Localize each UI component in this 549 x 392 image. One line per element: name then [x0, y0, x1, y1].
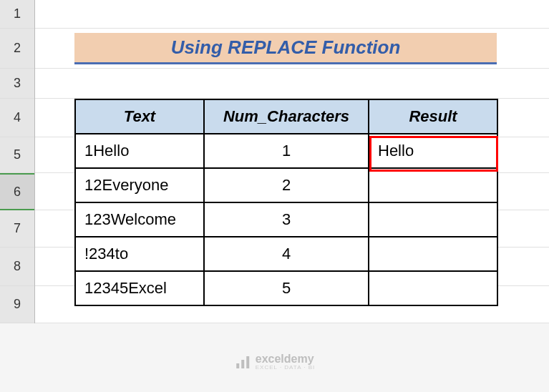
- cell-text[interactable]: !234to: [75, 237, 204, 271]
- row-header-3[interactable]: 3: [0, 69, 34, 99]
- header-num[interactable]: Num_Characters: [204, 99, 369, 134]
- cell-num[interactable]: 1: [204, 134, 369, 168]
- row-header-7[interactable]: 7: [0, 210, 34, 248]
- table-row: !234to 4: [75, 237, 497, 271]
- row-headers: 1 2 3 4 5 6 7 8 9: [0, 0, 35, 323]
- table-row: 12Everyone 2: [75, 168, 497, 202]
- table-header-row: Text Num_Characters Result: [75, 99, 497, 134]
- watermark-sub: EXCEL · DATA · BI: [256, 365, 316, 371]
- cell-result[interactable]: [369, 237, 497, 271]
- table-row: 12345Excel 5: [75, 271, 497, 305]
- cell-result[interactable]: [369, 271, 497, 305]
- cell-text[interactable]: 123Welcome: [75, 202, 204, 237]
- title-banner: Using REPLACE Function: [74, 33, 497, 64]
- table-row: 123Welcome 3: [75, 202, 497, 237]
- grid-area[interactable]: Using REPLACE Function Text Num_Characte…: [35, 0, 549, 323]
- table-row: 1Hello 1 Hello: [75, 134, 497, 168]
- cell-result[interactable]: [369, 168, 497, 202]
- cell-result[interactable]: [369, 202, 497, 237]
- cell-num[interactable]: 3: [204, 202, 369, 237]
- row-header-6[interactable]: 6: [0, 173, 34, 210]
- row-header-4[interactable]: 4: [0, 99, 34, 137]
- header-text[interactable]: Text: [75, 99, 204, 134]
- page-title: Using REPLACE Function: [171, 36, 401, 59]
- cell-num[interactable]: 4: [204, 237, 369, 271]
- header-result[interactable]: Result: [369, 99, 497, 134]
- row-header-9[interactable]: 9: [0, 286, 34, 323]
- watermark-main: exceldemy: [256, 353, 316, 365]
- cell-num[interactable]: 2: [204, 168, 369, 202]
- row-header-5[interactable]: 5: [0, 137, 34, 173]
- data-table: Text Num_Characters Result 1Hello 1 Hell…: [74, 99, 498, 306]
- svg-rect-1: [241, 360, 244, 368]
- row-header-1[interactable]: 1: [0, 0, 34, 29]
- watermark-text: exceldemy EXCEL · DATA · BI: [256, 353, 316, 371]
- chart-icon: [234, 353, 251, 371]
- cell-text[interactable]: 12Everyone: [75, 168, 204, 202]
- cell-result[interactable]: Hello: [369, 134, 497, 168]
- spreadsheet: 1 2 3 4 5 6 7 8 9 Using REPLACE Function: [0, 0, 549, 323]
- cell-text[interactable]: 1Hello: [75, 134, 204, 168]
- cell-num[interactable]: 5: [204, 271, 369, 305]
- svg-rect-2: [246, 356, 249, 368]
- svg-rect-0: [236, 363, 239, 368]
- row-header-2[interactable]: 2: [0, 29, 34, 69]
- row-header-8[interactable]: 8: [0, 248, 34, 286]
- cell-text[interactable]: 12345Excel: [75, 271, 204, 305]
- watermark: exceldemy EXCEL · DATA · BI: [234, 353, 316, 371]
